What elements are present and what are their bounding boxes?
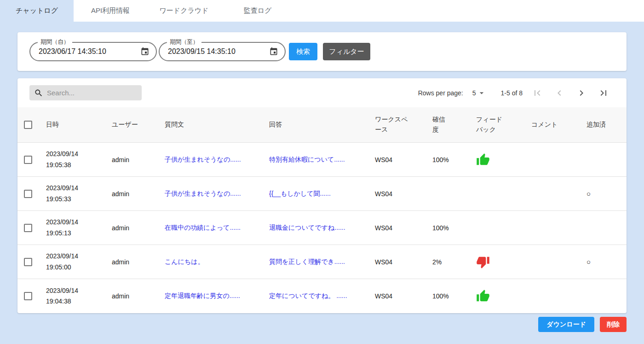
answer-cell: {{__もしかして聞...... [262,190,368,198]
column-header-label: 確信度 [432,115,446,134]
tab-audit-log[interactable]: 監査ログ [221,0,294,22]
question-cell: 子供が生まれそうなの...... [157,156,262,164]
rows-per-page-label: Rows per page: [418,89,463,97]
date-from-input[interactable]: 期間（自） 2023/06/17 14:35:10 [29,42,157,61]
answer-link[interactable]: {{__もしかして聞...... [269,190,331,197]
pagination: Rows per page: 5 1-5 of 8 [418,87,615,99]
row-checkbox[interactable] [24,292,32,300]
table-row: 2023/09/1419:05:38admin子供が生まれそうなの......特… [17,143,627,177]
rows-per-page-select[interactable]: 5 [472,88,486,98]
confidence-cell: 100% [425,156,469,163]
added-cell: ○ [579,190,627,198]
column-header-label: コメント [531,121,558,128]
table-search-box[interactable] [29,85,142,100]
added-mark: ○ [586,258,591,266]
column-header-label: 質問文 [165,121,184,128]
column-header-label: 回答 [269,121,282,128]
date-to-input[interactable]: 期間（至） 2023/09/15 14:35:10 [159,42,286,61]
question-link[interactable]: 定年退職年齢に男女の...... [165,292,240,299]
column-header: フィードバック [469,115,524,134]
rows-per-page-value: 5 [472,89,476,97]
date-from-label: 期間（自） [38,38,72,46]
datetime-cell: 2023/09/1419:05:13 [39,217,104,238]
calendar-icon [269,47,278,56]
user-cell: admin [104,258,157,266]
workspace-cell: WS04 [368,190,425,198]
table-row: 2023/09/1419:05:13admin在職中の功績によって......退… [17,211,627,245]
row-checkbox-cell [17,292,39,300]
row-checkbox-cell [17,156,39,164]
datetime-cell: 2023/09/1419:04:38 [39,286,104,307]
column-header-label: ワークスペース [375,115,408,134]
answer-link[interactable]: 特別有給休暇について...... [269,156,345,163]
added-cell: ○ [579,258,627,266]
tab-chat-log[interactable]: チャットログ [0,0,74,22]
table-row: 2023/09/1419:05:00adminこんにちは。質問を正しく理解でき.… [17,245,627,279]
answer-cell: 定年についてですね。 ...... [262,292,368,300]
chevron-right-icon [576,87,587,99]
question-link[interactable]: 子供が生まれそうなの...... [165,190,241,197]
date-from-value[interactable]: 2023/06/17 14:35:10 [39,47,140,56]
delete-button[interactable]: 削除 [600,317,627,332]
question-link[interactable]: こんにちは。 [165,258,204,265]
header-checkbox-cell [17,121,39,129]
workspace-cell: WS04 [368,258,425,266]
chevron-left-button[interactable] [554,87,565,99]
question-cell: 定年退職年齢に男女の...... [157,292,262,300]
column-header: 日時 [39,121,104,129]
arrow-drop-down-icon [477,88,486,98]
chat-log-table-card: Rows per page: 5 1-5 of 8 日時ユーザー質問文回答ワーク… [17,78,627,313]
datetime-cell: 2023/09/1419:05:00 [39,251,104,272]
column-header-label: フィードバック [476,115,503,134]
column-header-label: ユーザー [112,121,138,128]
question-link[interactable]: 在職中の功績によって...... [165,224,241,231]
tab-word-cloud[interactable]: ワードクラウド [147,0,221,22]
search-icon [34,88,43,98]
workspace-cell: WS04 [368,224,425,232]
date-filter-panel: 期間（自） 2023/06/17 14:35:10 期間（至） 2023/09/… [17,32,627,71]
footer-actions: ダウンロード 削除 [17,317,627,332]
row-checkbox[interactable] [24,258,32,266]
datetime-cell: 2023/09/1419:05:38 [39,149,104,170]
answer-link[interactable]: 質問を正しく理解でき...... [269,258,345,265]
table-body: 2023/09/1419:05:38admin子供が生まれそうなの......特… [17,143,627,313]
search-button[interactable]: 検索 [289,43,317,60]
row-checkbox[interactable] [24,156,32,164]
filter-button[interactable]: フィルター [323,43,370,60]
table-search-input[interactable] [47,89,137,97]
user-cell: admin [104,224,157,232]
datetime-cell: 2023/09/1419:05:33 [39,183,104,204]
row-checkbox[interactable] [24,224,32,232]
question-cell: こんにちは。 [157,258,262,266]
column-header: ユーザー [104,121,157,129]
confidence-cell: 100% [425,224,469,232]
last-page-button[interactable] [598,87,609,99]
table-row: 2023/09/1419:04:38admin定年退職年齢に男女の......定… [17,279,627,313]
date-to-value[interactable]: 2023/09/15 14:35:10 [168,47,269,56]
tab-api-usage[interactable]: API利用情報 [74,0,147,22]
column-header: 追加済 [579,121,627,129]
row-checkbox[interactable] [24,190,32,198]
answer-link[interactable]: 退職金についてですね...... [269,224,345,231]
question-cell: 在職中の功績によって...... [157,224,262,232]
answer-link[interactable]: 定年についてですね。 ...... [269,292,347,299]
select-all-checkbox[interactable] [24,121,32,129]
question-link[interactable]: 子供が生まれそうなの...... [165,156,241,163]
confidence-cell: 2% [425,258,469,266]
column-header: 確信度 [425,115,469,134]
chevron-right-button[interactable] [576,87,587,99]
thumb-up-icon [476,289,490,303]
column-header-label: 追加済 [586,121,606,128]
column-header: コメント [524,121,579,129]
user-cell: admin [104,292,157,300]
row-checkbox-cell [17,190,39,198]
answer-cell: 質問を正しく理解でき...... [262,258,368,266]
feedback-cell [469,289,524,303]
first-page-button[interactable] [532,87,543,99]
added-mark: ○ [586,190,591,198]
download-button[interactable]: ダウンロード [538,317,594,332]
first-page-icon [532,87,543,99]
calendar-icon [140,47,150,56]
workspace-cell: WS04 [368,156,425,163]
row-checkbox-cell [17,224,39,232]
